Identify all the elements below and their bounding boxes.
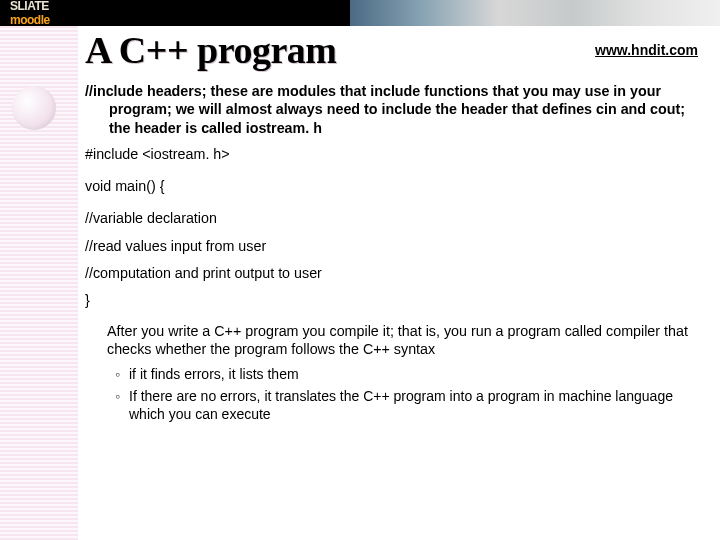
list-item: If there are no errors, it translates th… (115, 388, 700, 424)
sub-list: if it finds errors, it lists them If the… (85, 366, 700, 424)
main-signature: void main() { (85, 177, 700, 195)
var-comment: //variable declaration (85, 209, 700, 227)
compute-comment: //computation and print output to user (85, 264, 700, 282)
top-bar: SLIATE moodle (0, 0, 720, 26)
page-title: A C++ program (85, 28, 700, 72)
header-image (350, 0, 720, 26)
content-area: A C++ program //include headers; these a… (85, 26, 700, 530)
brand-text-1: SLIATE (10, 0, 49, 13)
side-decoration (0, 26, 78, 540)
list-item: if it finds errors, it lists them (115, 366, 700, 384)
include-comment: //include headers; these are modules tha… (85, 82, 700, 137)
code-block: #include <iostream. h> void main() { //v… (85, 145, 700, 310)
read-comment: //read values input from user (85, 237, 700, 255)
brand-text-2: moodle (10, 13, 50, 27)
body-text: //include headers; these are modules tha… (85, 82, 700, 424)
after-paragraph: After you write a C++ program you compil… (85, 322, 700, 359)
slide: SLIATE moodle www.hndit.com A C++ progra… (0, 0, 720, 540)
close-brace: } (85, 291, 700, 309)
brand-logo: SLIATE moodle (0, 0, 50, 27)
include-directive: #include <iostream. h> (85, 145, 700, 163)
